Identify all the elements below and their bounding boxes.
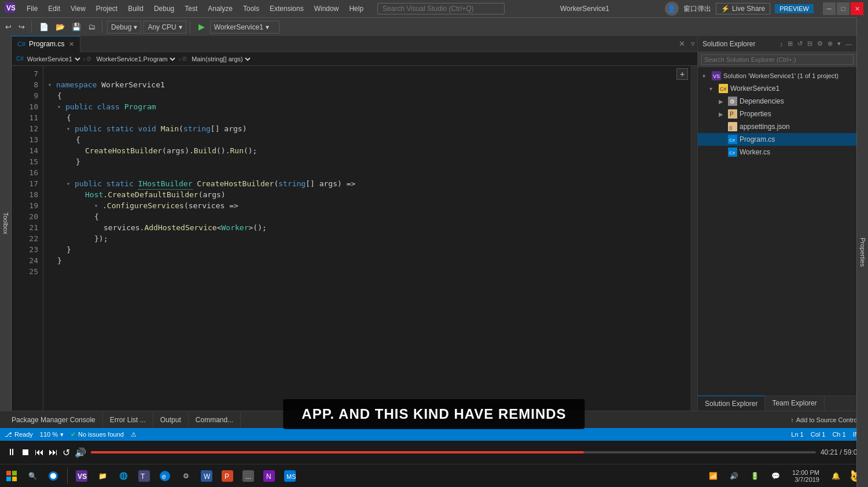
breadcrumb-namespace-select[interactable]: WorkerService1 bbox=[25, 55, 82, 63]
panel-tab-command[interactable]: Command... bbox=[189, 411, 241, 428]
tree-properties[interactable]: ▶ P Properties bbox=[698, 108, 868, 120]
run-button[interactable]: ▶ bbox=[195, 21, 208, 32]
menu-window[interactable]: Window bbox=[310, 3, 344, 14]
live-share-button[interactable]: ⚡ Live Share bbox=[716, 3, 770, 14]
tray-battery[interactable]: 🔋 bbox=[746, 467, 764, 485]
menu-project[interactable]: Project bbox=[91, 3, 122, 14]
maximize-button[interactable]: □ bbox=[837, 2, 849, 15]
menu-edit[interactable]: Edit bbox=[43, 3, 65, 14]
taskbar-edge[interactable]: e bbox=[156, 467, 174, 485]
svg-text:VS: VS bbox=[6, 4, 15, 12]
close-editor-btn[interactable]: ✕ bbox=[675, 39, 689, 48]
menu-debug[interactable]: Debug bbox=[149, 3, 179, 14]
taskbar-powerpoint[interactable]: P bbox=[218, 467, 237, 485]
menu-analyze[interactable]: Analyze bbox=[203, 3, 237, 14]
global-search-input[interactable] bbox=[377, 3, 505, 14]
collapse-icon-12[interactable]: ▾ bbox=[67, 123, 73, 134]
preview-button[interactable]: PREVIEW bbox=[775, 4, 814, 13]
loop-btn[interactable]: ↺ bbox=[62, 447, 70, 458]
toolbar-redo-btn[interactable]: ↪ bbox=[16, 21, 28, 33]
tree-appsettings[interactable]: {} appsettings.json bbox=[698, 120, 868, 133]
next-btn[interactable]: ⏭ bbox=[49, 447, 58, 458]
collapse-icon-17[interactable]: ▾ bbox=[67, 178, 73, 189]
stop-btn[interactable]: ⏹ bbox=[21, 447, 30, 458]
toolbar-open-btn[interactable]: 📂 bbox=[53, 21, 68, 33]
debug-config-dropdown[interactable]: Debug ▾ bbox=[107, 21, 141, 34]
prev-btn[interactable]: ⏮ bbox=[35, 447, 44, 458]
taskbar-teams2[interactable]: MS bbox=[281, 467, 299, 485]
minimize-button[interactable]: ─ bbox=[823, 2, 836, 15]
taskbar-onenote[interactable]: N bbox=[260, 467, 278, 485]
panel-tab-output[interactable]: Output bbox=[153, 411, 189, 428]
volume-btn[interactable]: 🔊 bbox=[75, 447, 86, 458]
se-tab-team-explorer[interactable]: Team Explorer bbox=[765, 396, 824, 411]
menu-build[interactable]: Build bbox=[123, 3, 148, 14]
notification-center-btn[interactable]: 🔔 bbox=[826, 467, 845, 485]
tab-program-cs[interactable]: C# Program.cs ✕ bbox=[12, 36, 80, 52]
tree-solution[interactable]: ▾ VS Solution 'WorkerService1' (1 of 1 p… bbox=[698, 69, 868, 82]
toolbar-undo-btn[interactable]: ↩ bbox=[2, 21, 14, 33]
video-controls-bar[interactable]: ⏸ ⏹ ⏮ ⏭ ↺ 🔊 40:21 / 59:09 bbox=[0, 441, 868, 464]
collapse-editor-btn[interactable]: ▿ bbox=[689, 39, 697, 48]
properties-panel[interactable]: Properties bbox=[856, 17, 868, 487]
taskbar-teams[interactable]: T bbox=[135, 467, 153, 485]
toolbar-new-btn[interactable]: 📄 bbox=[36, 21, 52, 33]
se-collapse-btn[interactable]: ▾ bbox=[836, 39, 843, 48]
tab-close-icon[interactable]: ✕ bbox=[69, 40, 74, 48]
code-editor[interactable]: ▾ namespace WorkerService1 { ▾ public cl… bbox=[43, 66, 690, 411]
collapse-icon-8[interactable]: ▾ bbox=[48, 79, 55, 90]
taskbar-search[interactable]: 🔍 bbox=[23, 467, 42, 485]
taskbar-more[interactable]: ... bbox=[239, 467, 258, 485]
collapse-icon-19[interactable]: ▾ bbox=[94, 200, 101, 211]
menu-help[interactable]: Help bbox=[344, 3, 368, 14]
taskbar-vs[interactable]: VS bbox=[72, 467, 91, 485]
se-minimize-btn[interactable]: — bbox=[844, 39, 854, 48]
project-run-dropdown[interactable]: WorkerService1 ▾ bbox=[210, 21, 279, 34]
add-source-control-btn[interactable]: ↑ Add to Source Control bbox=[790, 416, 863, 423]
code-scrollbar[interactable] bbox=[690, 66, 697, 411]
collapse-icon-10[interactable]: ▾ bbox=[57, 101, 64, 112]
menu-tools[interactable]: Tools bbox=[238, 3, 264, 14]
se-preview-btn[interactable]: ⊕ bbox=[826, 39, 834, 48]
se-tab-solution-explorer[interactable]: Solution Explorer bbox=[698, 396, 765, 411]
se-sync-btn[interactable]: ↕ bbox=[778, 39, 785, 48]
close-window-button[interactable]: ✕ bbox=[851, 2, 863, 15]
panel-tab-package-manager[interactable]: Package Manager Console bbox=[5, 411, 103, 428]
start-button[interactable] bbox=[2, 467, 21, 485]
panel-tab-error-list[interactable]: Error List ... bbox=[103, 411, 153, 428]
se-search-input[interactable] bbox=[701, 54, 854, 65]
toolbar-save-btn[interactable]: 💾 bbox=[69, 21, 84, 33]
menu-test[interactable]: Test bbox=[180, 3, 202, 14]
play-pause-btn[interactable]: ⏸ bbox=[7, 447, 16, 458]
se-props-btn[interactable]: ⊞ bbox=[786, 39, 795, 48]
menu-extensions[interactable]: Extensions bbox=[265, 3, 308, 14]
toolbox-panel[interactable]: Toolbox bbox=[0, 36, 12, 411]
taskbar-chrome[interactable]: 🌐 bbox=[114, 467, 133, 485]
taskbar-explorer[interactable]: 📁 bbox=[93, 467, 112, 485]
taskbar-cortana[interactable] bbox=[44, 467, 62, 485]
toolbar-save-all-btn[interactable]: 🗂 bbox=[85, 21, 98, 33]
tree-dependencies[interactable]: ▶ ⚙ Dependencies bbox=[698, 95, 868, 108]
breadcrumb-class-select[interactable]: WorkerService1.Program bbox=[94, 55, 177, 63]
editor-tabs: C# Program.cs ✕ ✕ ▿ bbox=[12, 36, 697, 52]
se-filter-btn[interactable]: ⊟ bbox=[806, 39, 814, 48]
svg-text:N: N bbox=[266, 473, 271, 481]
tree-project[interactable]: ▾ C# WorkerService1 bbox=[698, 82, 868, 95]
menu-file[interactable]: File bbox=[22, 3, 42, 14]
platform-config-dropdown[interactable]: Any CPU ▾ bbox=[144, 21, 186, 34]
tray-notification[interactable]: 💬 bbox=[767, 467, 785, 485]
tree-worker-cs[interactable]: C# Worker.cs bbox=[698, 146, 868, 158]
breadcrumb-method-select[interactable]: Main(string[] args) bbox=[189, 55, 252, 63]
se-settings-btn[interactable]: ⚙ bbox=[815, 39, 825, 48]
zoom-in-btn[interactable]: + bbox=[676, 68, 688, 80]
tree-program-cs[interactable]: C# Program.cs bbox=[698, 133, 868, 146]
taskbar-settings[interactable]: ⚙ bbox=[176, 467, 195, 485]
status-zoom[interactable]: 110 % ▾ bbox=[40, 431, 64, 438]
se-refresh-btn[interactable]: ↺ bbox=[796, 39, 804, 48]
menu-view[interactable]: View bbox=[66, 3, 90, 14]
vs-logo-icon: VS bbox=[5, 2, 15, 15]
taskbar-word[interactable]: W bbox=[197, 467, 216, 485]
tray-network[interactable]: 📶 bbox=[704, 467, 723, 485]
video-progress-track[interactable] bbox=[91, 451, 816, 453]
tray-sound[interactable]: 🔊 bbox=[725, 467, 744, 485]
